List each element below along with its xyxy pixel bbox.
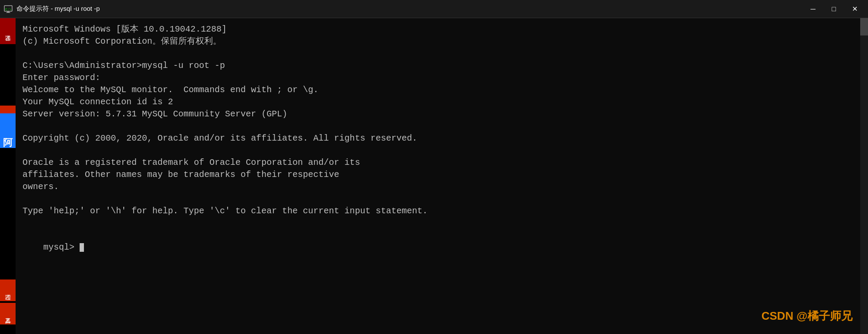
terminal-line-10: Copyright (c) 2000, 2020, Oracle and/or … bbox=[23, 132, 853, 145]
terminal-window[interactable]: Microsoft Windows [版本 10.0.19042.1288] (… bbox=[16, 18, 860, 334]
title-bar-title: 命令提示符 - mysql -u root -p bbox=[16, 5, 100, 13]
terminal-line-8: Server version: 5.7.31 MySQL Community S… bbox=[23, 108, 853, 120]
terminal-line-6: Welcome to the MySQL monitor. Commands e… bbox=[23, 84, 853, 96]
scrollbar[interactable] bbox=[860, 18, 868, 334]
close-button[interactable]: ✕ bbox=[845, 2, 865, 16]
csdn-watermark: CSDN @橘子师兄 bbox=[762, 308, 852, 324]
terminal-line-1: Microsoft Windows [版本 10.0.19042.1288] bbox=[23, 23, 853, 35]
terminal-line-11 bbox=[23, 145, 853, 157]
terminal-line-9 bbox=[23, 120, 853, 132]
terminal-line-3 bbox=[23, 48, 853, 60]
terminal-prompt-line[interactable]: mysql> bbox=[23, 229, 853, 266]
terminal-line-15 bbox=[23, 193, 853, 205]
minimize-button[interactable]: ─ bbox=[803, 2, 823, 16]
side-strip-item-1[interactable]: 乙课 bbox=[0, 18, 16, 44]
terminal-line-14: owners. bbox=[23, 181, 853, 193]
title-bar-controls: ─ □ ✕ bbox=[803, 2, 865, 16]
terminal-line-17 bbox=[23, 217, 853, 229]
side-strip-item-4[interactable]: 乙工具 bbox=[0, 303, 16, 324]
terminal-line-13: affiliates. Other names may be trademark… bbox=[23, 169, 853, 181]
side-strip: 乙课 乙课 阿 乙理 乙工具 bbox=[0, 18, 16, 334]
terminal-cursor bbox=[80, 243, 84, 252]
scrollbar-thumb[interactable] bbox=[860, 18, 868, 35]
terminal-line-5: Enter password: bbox=[23, 72, 853, 84]
terminal-prompt: mysql> bbox=[43, 242, 80, 252]
terminal-line-4: C:\Users\Administrator>mysql -u root -p bbox=[23, 60, 853, 72]
cmd-icon: C:\ bbox=[3, 4, 13, 14]
terminal-line-2: (c) Microsoft Corporation。保留所有权利。 bbox=[23, 35, 853, 48]
terminal-line-16: Type 'help;' or '\h' for help. Type '\c'… bbox=[23, 205, 853, 217]
side-strip-item-3[interactable]: 乙理 bbox=[0, 279, 16, 301]
svg-rect-2 bbox=[6, 12, 10, 13]
title-bar-left: C:\ 命令提示符 - mysql -u root -p bbox=[3, 4, 100, 14]
side-app-icon[interactable]: 阿 bbox=[0, 113, 16, 148]
maximize-button[interactable]: □ bbox=[824, 2, 844, 16]
terminal-line-7: Your MySQL connection id is 2 bbox=[23, 96, 853, 108]
svg-text:C:\: C:\ bbox=[5, 7, 12, 11]
title-bar: C:\ 命令提示符 - mysql -u root -p ─ □ ✕ bbox=[0, 0, 868, 18]
terminal-line-12: Oracle is a registered trademark of Orac… bbox=[23, 157, 853, 169]
